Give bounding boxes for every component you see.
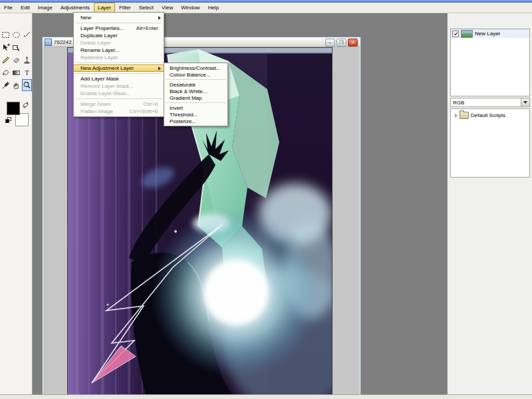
menu-item-rename-layer[interactable]: Rename Layer... — [74, 47, 164, 54]
folder-icon — [460, 112, 469, 119]
eraser-icon — [12, 56, 21, 65]
menu-filter[interactable]: Filter — [115, 3, 135, 13]
submenu-item-colour-balance[interactable]: Colour Balance... — [164, 71, 227, 78]
layer-visibility-checkbox[interactable] — [452, 31, 459, 37]
minimize-button[interactable]: – — [325, 39, 335, 47]
background-color-swatch[interactable] — [15, 113, 29, 126]
menu-item-rasterize-layer: Rasterize Layer — [74, 54, 164, 61]
menu-item-new[interactable]: New — [74, 14, 164, 21]
menu-item-enable-layer-mask: Enable Layer Mask... — [74, 90, 164, 97]
submenu-item-brightness-contrast[interactable]: Brightness/Contrast... — [164, 65, 227, 71]
pencil-tool[interactable] — [1, 54, 11, 66]
layers-panel: New Layer — [450, 29, 530, 96]
submenu-item-black-and-white[interactable]: Black & White... — [164, 88, 227, 94]
menu-item-merge-down: Merge Down Ctrl+E — [74, 100, 164, 108]
eraser-tool[interactable] — [11, 54, 21, 66]
magic-wand-tool[interactable] — [11, 41, 21, 53]
layer-row[interactable]: New Layer — [451, 29, 529, 38]
foreground-color-swatch[interactable] — [7, 102, 20, 115]
document-icon — [45, 39, 52, 46]
gradient-icon — [12, 68, 21, 77]
scripts-panel: Default Scripts — [450, 108, 530, 178]
text-tool[interactable]: T — [22, 66, 32, 78]
menu-view[interactable]: View — [158, 3, 177, 13]
layer-name: New Layer — [475, 31, 500, 37]
empty-slot — [22, 41, 32, 53]
text-icon: T — [23, 68, 31, 77]
magic-wand-icon — [12, 43, 21, 52]
chevron-down-icon — [523, 101, 527, 104]
menu-file[interactable]: File — [0, 3, 17, 13]
zoom-icon — [23, 81, 31, 90]
paint-bucket-icon — [1, 68, 10, 77]
menu-edit[interactable]: Edit — [17, 3, 34, 13]
ellipse-select-icon — [12, 31, 21, 39]
svg-text:T: T — [25, 69, 29, 76]
pan-hand-icon — [12, 81, 21, 90]
submenu-arrow-icon — [158, 16, 161, 20]
clone-stamp-tool[interactable] — [22, 54, 32, 66]
menu-image[interactable]: Image — [34, 3, 57, 13]
close-button[interactable]: ✕ — [348, 39, 358, 47]
menu-select[interactable]: Select — [135, 3, 158, 13]
swap-colors-icon[interactable] — [22, 101, 30, 110]
eyedropper-tool[interactable] — [1, 79, 11, 91]
menu-item-layer-properties[interactable]: Layer Properties... Alt+Enter — [74, 25, 164, 32]
scripts-tree-item[interactable]: Default Scripts — [451, 109, 529, 120]
channel-value: RGB — [451, 98, 521, 106]
menu-item-flatten-image: Flatten Image Ctrl+Shift+E — [74, 108, 164, 115]
channel-dropdown-button[interactable] — [521, 98, 529, 106]
color-swatches — [0, 98, 32, 131]
scripts-folder-label: Default Scripts — [471, 112, 505, 118]
layer-menu: New Layer Properties... Alt+Enter Duplic… — [73, 12, 164, 117]
layer-thumbnail — [461, 30, 473, 38]
eyedropper-icon — [1, 81, 10, 90]
submenu-item-threshold[interactable]: Threshold... — [164, 111, 227, 118]
right-panel: New Layer RGB Default Scripts — [447, 13, 532, 399]
menu-item-delete-layer: Delete Layer — [74, 39, 164, 47]
application-window: File Edit Image Adjustments Layer Filter… — [0, 0, 532, 399]
move-icon — [1, 43, 10, 52]
ellipse-select-tool[interactable] — [11, 29, 21, 41]
menu-item-add-layer-mask[interactable]: Add Layer Mask — [74, 75, 164, 82]
tool-grid: T — [1, 29, 31, 91]
reset-colors-icon[interactable] — [5, 117, 12, 125]
paint-bucket-tool[interactable] — [1, 66, 11, 78]
expander-icon[interactable] — [455, 114, 458, 118]
zoom-tool[interactable] — [22, 79, 32, 91]
channel-selector[interactable]: RGB — [450, 98, 530, 107]
maximize-button[interactable]: ❐ — [336, 39, 346, 47]
menu-item-duplicate-layer[interactable]: Duplicate Layer — [74, 32, 164, 39]
pencil-icon — [1, 56, 10, 65]
menu-adjustments[interactable]: Adjustments — [57, 3, 94, 13]
menu-help[interactable]: Help — [204, 3, 223, 13]
document-window-buttons: – ❐ ✕ — [325, 39, 360, 47]
rectangle-select-icon — [1, 31, 10, 39]
menu-item-new-adjustment-layer[interactable]: New Adjustment Layer — [74, 65, 164, 72]
submenu-item-invert[interactable]: Invert — [164, 104, 227, 111]
document-title: 762242 — [54, 39, 72, 45]
submenu-item-gradient-map[interactable]: Gradient Map — [164, 94, 227, 101]
submenu-item-posterize[interactable]: Posterize... — [164, 118, 227, 124]
menu-window[interactable]: Window — [177, 3, 203, 13]
submenu-item-desaturate[interactable]: Desaturate — [164, 81, 227, 88]
rectangle-select-tool[interactable] — [1, 29, 11, 41]
new-adjustment-layer-submenu: Brightness/Contrast... Colour Balance...… — [164, 63, 228, 126]
submenu-arrow-icon — [158, 66, 161, 70]
lasso-select-icon — [23, 31, 31, 39]
menu-layer[interactable]: Layer — [94, 3, 115, 13]
move-tool[interactable] — [1, 41, 11, 53]
lasso-select-tool[interactable] — [22, 29, 32, 41]
tool-panel: T — [0, 13, 33, 394]
status-bar — [0, 394, 532, 399]
gradient-tool[interactable] — [11, 66, 21, 78]
pan-tool[interactable] — [11, 79, 21, 91]
menu-item-remove-layer-mask: Remove Layer Mask... — [74, 82, 164, 90]
clone-stamp-icon — [23, 56, 31, 65]
